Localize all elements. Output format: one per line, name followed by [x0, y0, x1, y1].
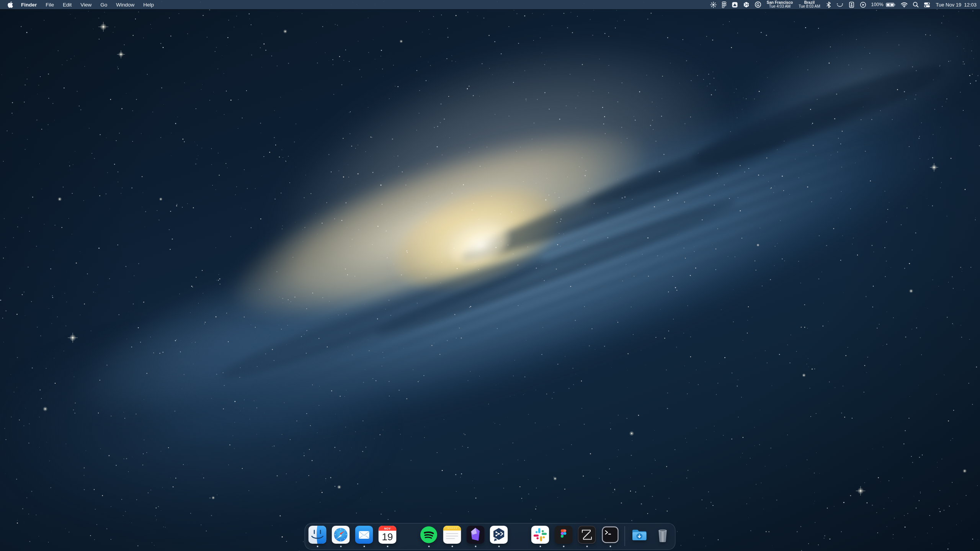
dock-spacer [402, 525, 415, 548]
menu-edit[interactable]: Edit [63, 2, 72, 8]
apple-menu[interactable] [7, 1, 13, 8]
figma-outline-icon [722, 1, 727, 8]
sun-rays-menu-extra[interactable] [710, 2, 717, 8]
dock-item-obsidian[interactable] [467, 525, 485, 548]
dock-item-calendar[interactable]: NOV 19 [379, 525, 397, 548]
dock-item-safari[interactable] [332, 525, 350, 548]
apple-logo-icon [7, 1, 13, 8]
dock-item-downloads[interactable] [630, 525, 648, 548]
dock-item-slack[interactable] [531, 525, 549, 548]
dock: NOV 19 [305, 523, 676, 550]
person-badge-icon [848, 2, 855, 8]
desktop-wallpaper [0, 0, 980, 551]
control-center-menu-extra[interactable] [924, 2, 930, 8]
g-circle-icon: G [755, 1, 761, 8]
svg-text:G: G [756, 3, 760, 7]
figma-icon [555, 526, 573, 544]
wifi-icon [901, 2, 908, 8]
terminal-icon [601, 526, 619, 544]
dock-item-finder[interactable] [309, 525, 327, 548]
play-circle-menu-extra[interactable] [860, 2, 866, 8]
dock-item-figma[interactable] [555, 525, 573, 548]
control-center-icon [924, 2, 930, 8]
svg-text:19: 19 [382, 531, 393, 543]
dock-item-spotify[interactable] [420, 525, 438, 548]
trash-icon [654, 526, 672, 544]
obsidian-icon [467, 526, 485, 544]
dock-item-zed[interactable] [578, 525, 596, 548]
calendar-icon: NOV 19 [379, 526, 397, 544]
spotlight-search-icon [913, 2, 919, 8]
dock-item-hexagon-app[interactable] [490, 525, 508, 548]
dock-item-notes[interactable] [443, 525, 461, 548]
bluetooth-menu-extra[interactable] [826, 2, 831, 8]
menu-help[interactable]: Help [143, 2, 154, 8]
dock-item-terminal[interactable] [601, 525, 619, 548]
person-badge-menu-extra[interactable] [848, 2, 855, 8]
battery-charging-icon [886, 2, 896, 8]
dock-item-mail[interactable] [355, 525, 373, 548]
bluetooth-icon [826, 2, 831, 8]
menu-window[interactable]: Window [116, 2, 134, 8]
finder-icon [309, 526, 327, 544]
hexagon-share-icon [743, 2, 750, 8]
sun-rays-icon [710, 2, 717, 8]
status-area: G San Francisco Tue 4:03 AM Brazil Tue 8… [710, 1, 980, 9]
world-clock-brazil[interactable]: Brazil Tue 8:03 AM [799, 1, 820, 9]
menu-file[interactable]: File [46, 2, 54, 8]
dotted-arc-menu-extra[interactable] [836, 2, 843, 8]
dock-spacer [513, 525, 526, 548]
starfield [0, 0, 980, 551]
downloads-folder-icon [630, 526, 648, 544]
zed-icon [578, 526, 596, 544]
hexagon-share-menu-extra[interactable] [743, 2, 750, 8]
slack-icon [531, 526, 549, 544]
g-circle-menu-extra[interactable]: G [755, 1, 761, 8]
play-circle-icon [860, 2, 866, 8]
battery-menu-extra[interactable] [886, 2, 896, 8]
dock-item-trash[interactable] [654, 525, 672, 548]
app-menus: Finder File Edit View Go Window Help [21, 2, 154, 8]
figma-menu-extra[interactable] [722, 1, 727, 8]
menu-finder[interactable]: Finder [21, 2, 37, 8]
menu-go[interactable]: Go [100, 2, 107, 8]
triangle-app-icon [732, 2, 738, 8]
wifi-menu-extra[interactable] [901, 2, 908, 8]
dotted-arc-icon [836, 2, 843, 8]
spotify-icon [420, 526, 438, 544]
triangle-app-menu-extra[interactable] [732, 2, 738, 8]
mail-icon [355, 526, 373, 544]
spotlight-menu-extra[interactable] [913, 2, 919, 8]
svg-text:NOV: NOV [384, 527, 391, 530]
notes-icon [443, 526, 461, 544]
battery-percentage: 100% [871, 2, 884, 7]
menu-view[interactable]: View [80, 2, 91, 8]
menu-clock[interactable]: Tue Nov 19 12:03 [936, 2, 977, 8]
safari-icon [332, 526, 350, 544]
dock-divider [625, 526, 625, 546]
menu-bar: Finder File Edit View Go Window Help [0, 0, 980, 9]
hexagon-share-app-icon [490, 526, 508, 544]
world-clock-san-francisco[interactable]: San Francisco Tue 4:03 AM [767, 1, 793, 9]
